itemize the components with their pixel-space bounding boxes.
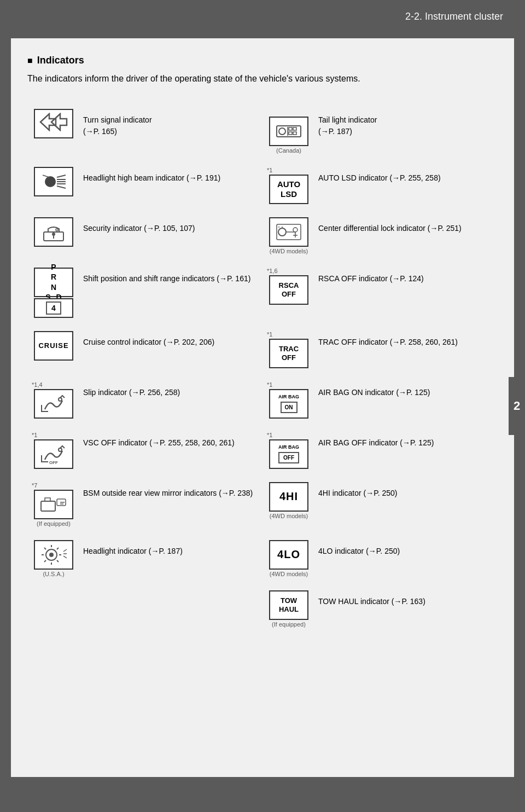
- tail-light-text: Tail light indicator(→P. 187): [318, 109, 493, 137]
- center-diff-icon-wrap: (4WD models): [267, 217, 311, 254]
- indicator-slip: *1,4 Slip indicator (→P. 256, 258): [27, 375, 262, 425]
- shift-icon-wrap: PRNSD 4: [32, 268, 75, 318]
- bsm-note: *7: [32, 482, 37, 489]
- vsc-off-note: *1: [32, 432, 37, 438]
- vsc-off-text: VSC OFF indicator (→P. 255, 258, 260, 26…: [83, 432, 258, 449]
- bsm-sublabel: (If equipped): [37, 520, 71, 527]
- tail-light-canada-label: (Canada): [276, 147, 301, 154]
- svg-line-45: [63, 549, 67, 552]
- indicator-tow-haul: TOWHAUL (If equipped) TOW HAUL indicator…: [262, 584, 498, 634]
- svg-rect-7: [289, 132, 292, 135]
- indicator-bsm: *7 (If equipped) BSM outside rear view m…: [27, 475, 262, 533]
- 4lo-icon-wrap: 4LO (4WD models): [267, 540, 311, 577]
- airbag-off-icon: AIR BAG OFF: [269, 439, 308, 469]
- svg-rect-5: [289, 127, 292, 130]
- main-content: Indicators The indicators inform the dri…: [11, 38, 514, 777]
- svg-line-15: [43, 175, 49, 177]
- indicator-turn-signal: Turn signal indicator(→P. 165): [27, 102, 262, 160]
- shift-bottom-icon: 4: [34, 298, 73, 318]
- trac-off-note: *1: [267, 331, 272, 338]
- indicator-center-diff: (4WD models) Center differential lock in…: [262, 211, 498, 261]
- airbag-off-note: *1: [267, 432, 272, 438]
- security-icon: [34, 217, 73, 247]
- indicator-headlight-beam: Headlight high beam indicator (→P. 191): [27, 160, 262, 211]
- headlight-icon-wrap: (U.S.A.): [32, 540, 75, 577]
- indicator-placeholder: [27, 584, 262, 634]
- section-desc: The indicators inform the driver of the …: [27, 72, 498, 86]
- section-number-tab: 2: [509, 377, 525, 435]
- indicator-4lo: 4LO (4WD models) 4LO indicator (→P. 250): [262, 533, 498, 584]
- svg-rect-8: [293, 132, 296, 135]
- tow-haul-icon-wrap: TOWHAUL (If equipped): [267, 590, 311, 628]
- trac-off-icon-wrap: *1 TRACOFF: [267, 331, 311, 368]
- indicator-4hi: 4HI (4WD models) 4HI indicator (→P. 250): [262, 475, 498, 533]
- cruise-icon-wrap: CRUISE: [32, 331, 75, 361]
- indicator-headlight: (U.S.A.) Headlight indicator (→P. 187): [27, 533, 262, 584]
- bsm-icon: [34, 490, 73, 519]
- tow-haul-icon: TOWHAUL: [269, 590, 308, 620]
- tow-haul-text: TOW HAUL indicator (→P. 163): [318, 590, 493, 607]
- svg-line-42: [57, 548, 59, 549]
- indicator-security: Security indicator (→P. 105, 107): [27, 211, 262, 261]
- center-diff-text: Center differential lock indicator (→P. …: [318, 217, 493, 234]
- section-title: Indicators: [27, 55, 498, 66]
- slip-text: Slip indicator (→P. 256, 258): [83, 381, 258, 398]
- tail-light-icon-wrap: (Canada): [267, 109, 311, 154]
- cruise-icon: CRUISE: [34, 331, 73, 361]
- shift-top-icon: PRNSD: [34, 268, 73, 297]
- bsm-icon-wrap: *7 (If equipped): [32, 482, 75, 527]
- airbag-off-icon-wrap: *1 AIR BAG OFF: [267, 432, 311, 469]
- svg-point-21: [278, 228, 286, 236]
- indicator-airbag-on: *1 AIR BAG ON AIR BAG ON indicator (→P. …: [262, 375, 498, 425]
- airbag-off-text: AIR BAG OFF indicator (→P. 125): [318, 432, 493, 449]
- 4lo-text: 4LO indicator (→P. 250): [318, 540, 493, 557]
- headlight-beam-icon-wrap: [32, 167, 75, 196]
- auto-lsd-note: *1: [267, 167, 272, 173]
- tail-light-sublabel: [288, 110, 289, 117]
- svg-marker-1: [51, 114, 67, 130]
- svg-line-43: [44, 560, 46, 562]
- svg-point-28: [59, 398, 62, 401]
- svg-rect-31: [41, 501, 55, 511]
- turn-signal-text: Turn signal indicator(→P. 165): [83, 109, 258, 137]
- rsca-off-icon-wrap: *1,6 RSCAOFF: [267, 268, 311, 305]
- tow-haul-sublabel: (If equipped): [272, 621, 306, 628]
- auto-lsd-text: AUTO LSD indicator (→P. 255, 258): [318, 167, 493, 184]
- indicator-cruise: CRUISE Cruise control indicator (→P. 202…: [27, 324, 262, 375]
- svg-marker-0: [40, 114, 56, 130]
- auto-lsd-icon: AUTOLSD: [269, 175, 308, 204]
- svg-point-9: [45, 176, 56, 187]
- svg-point-29: [59, 448, 62, 451]
- 4hi-icon: 4HI: [269, 482, 308, 512]
- security-text: Security indicator (→P. 105, 107): [83, 217, 258, 234]
- turn-signal-icon-wrap: [32, 109, 75, 138]
- indicator-tail-light: (Canada) Tail light indicator(→P. 187): [262, 102, 498, 160]
- indicators-grid: Turn signal indicator(→P. 165) (C: [27, 102, 498, 634]
- headlight-icon: [34, 540, 73, 570]
- svg-line-14: [57, 186, 66, 188]
- trac-off-text: TRAC OFF indicator (→P. 258, 260, 261): [318, 331, 493, 348]
- airbag-on-icon-wrap: *1 AIR BAG ON: [267, 381, 311, 419]
- airbag-on-note: *1: [267, 381, 272, 388]
- tail-light-icon: [269, 117, 308, 146]
- center-diff-sublabel: (4WD models): [270, 248, 308, 254]
- svg-point-17: [52, 233, 55, 236]
- svg-point-23: [293, 228, 298, 232]
- svg-line-47: [63, 556, 67, 558]
- header-title: 2-2. Instrument cluster: [405, 11, 503, 22]
- airbag-on-icon: AIR BAG ON: [269, 389, 308, 419]
- indicator-trac-off: *1 TRACOFF TRAC OFF indicator (→P. 258, …: [262, 324, 498, 375]
- 4hi-text: 4HI indicator (→P. 250): [318, 482, 493, 499]
- airbag-on-text: AIR BAG ON indicator (→P. 125): [318, 381, 493, 398]
- security-icon-wrap: [32, 217, 75, 247]
- headlight-sublabel: (U.S.A.): [43, 571, 64, 577]
- 4hi-icon-wrap: 4HI (4WD models): [267, 482, 311, 519]
- svg-line-10: [57, 175, 66, 177]
- indicator-vsc-off: *1 OFF VSC OFF indicator (→P. 255, 258, …: [27, 425, 262, 475]
- indicator-shift: PRNSD 4 Shift position and shift range i…: [27, 261, 262, 324]
- headlight-beam-text: Headlight high beam indicator (→P. 191): [83, 167, 258, 184]
- 4lo-icon: 4LO: [269, 540, 308, 570]
- cruise-text: Cruise control indicator (→P. 202, 206): [83, 331, 258, 348]
- bsm-text: BSM outside rear view mirror indicators …: [83, 482, 258, 499]
- headlight-text: Headlight indicator (→P. 187): [83, 540, 258, 557]
